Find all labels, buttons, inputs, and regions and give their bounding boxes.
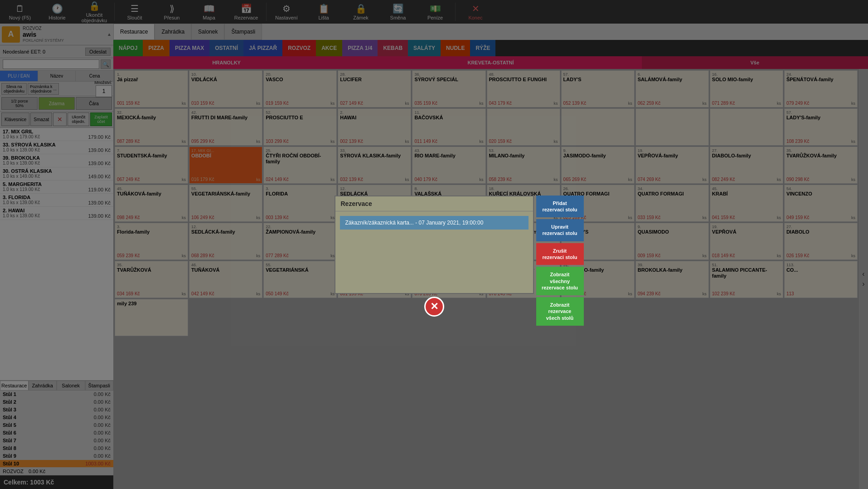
modal-zrusit-btn[interactable]: Zrušitrezervaci stolu [536,243,584,265]
modal-wrapper: Rezervace Zákazník/zákaznická karta... -… [335,196,534,294]
modal-pridat-btn[interactable]: Přidatrezervaci stolu [536,196,584,218]
modal-zobrazit-btn[interactable]: Zobrazit všechnyrezervace stolu [536,267,584,295]
modal-title: Rezervace [335,196,533,211]
modal-body: Zákazník/zákaznická karta... - 07 Januar… [335,211,533,293]
modal-info-bar: Zákazník/zákaznická karta... - 07 Januar… [340,216,529,230]
modal-overlay: Rezervace Zákazník/zákaznická karta... -… [0,0,868,489]
modal-box: Rezervace Zákazník/zákaznická karta... -… [335,196,534,294]
modal-close-button[interactable]: ✕ [424,297,444,317]
close-icon: ✕ [430,301,438,313]
modal-upravit-btn[interactable]: Upravitrezervaci stolu [536,219,584,241]
modal-buttons: Přidatrezervaci stolu Upravitrezervaci s… [536,196,584,326]
modal-zobrazit-vsech-btn[interactable]: Zobrazit rezervacevšech stolů [536,297,584,326]
